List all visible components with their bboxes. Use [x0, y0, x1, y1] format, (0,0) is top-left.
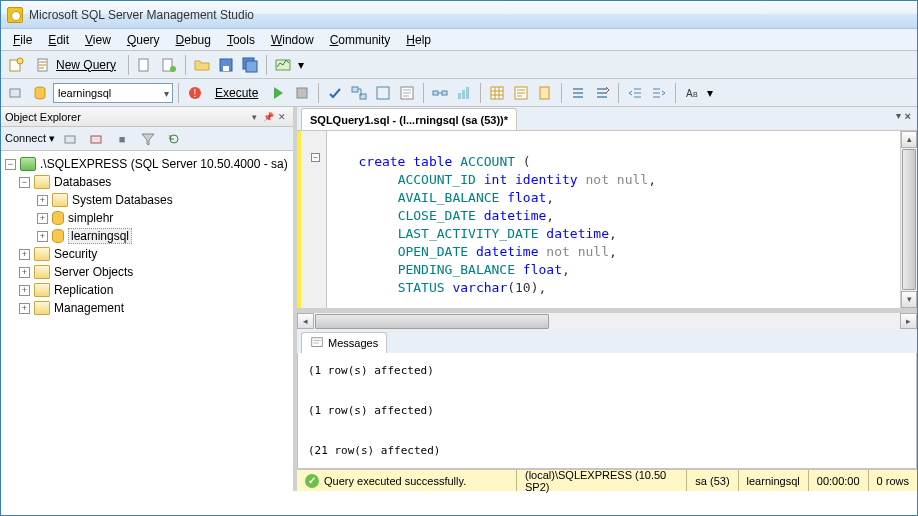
tree-management-node[interactable]: +Management — [3, 299, 291, 317]
open-file-icon[interactable] — [191, 54, 213, 76]
svg-rect-16 — [352, 87, 358, 92]
databases-label: Databases — [54, 175, 111, 189]
menu-community[interactable]: Community — [322, 31, 399, 49]
tree-system-db-node[interactable]: +System Databases — [3, 191, 291, 209]
include-stats-icon[interactable] — [453, 82, 475, 104]
menu-bar: File Edit View Query Debug Tools Window … — [1, 29, 917, 51]
vertical-scrollbar[interactable]: ▴ ▾ — [900, 131, 917, 308]
menu-edit[interactable]: Edit — [40, 31, 77, 49]
editor-gutter: − — [297, 131, 327, 308]
menu-window[interactable]: Window — [263, 31, 322, 49]
execute-button[interactable]: Execute — [208, 82, 265, 104]
expand-icon[interactable]: + — [19, 267, 30, 278]
svg-rect-30 — [65, 136, 75, 143]
results-file-icon[interactable] — [534, 82, 556, 104]
menu-query[interactable]: Query — [119, 31, 168, 49]
decrease-indent-icon[interactable] — [624, 82, 646, 104]
menu-tools[interactable]: Tools — [219, 31, 263, 49]
expand-icon[interactable]: + — [37, 195, 48, 206]
scroll-down-icon[interactable]: ▾ — [901, 291, 917, 308]
tree-databases-node[interactable]: −Databases — [3, 173, 291, 191]
dropdown-icon[interactable]: ▾ — [247, 110, 261, 124]
messages-body[interactable]: (1 row(s) affected)(1 row(s) affected)(2… — [297, 353, 917, 469]
database-selector[interactable]: learningsql — [53, 83, 173, 103]
save-all-icon[interactable] — [239, 54, 261, 76]
messages-tabstrip: Messages — [297, 329, 917, 353]
tree-server-node[interactable]: −.\SQLEXPRESS (SQL Server 10.50.4000 - s… — [3, 155, 291, 173]
management-label: Management — [54, 301, 124, 315]
query-options-icon[interactable] — [372, 82, 394, 104]
horizontal-scrollbar[interactable]: ◂ ▸ — [297, 312, 917, 329]
results-text-icon[interactable] — [510, 82, 532, 104]
collapse-icon[interactable]: − — [19, 177, 30, 188]
filter-icon[interactable] — [137, 128, 159, 150]
refresh-icon[interactable] — [163, 128, 185, 150]
svg-rect-21 — [442, 91, 447, 95]
code-pane[interactable]: create table ACCOUNT ( ACCOUNT_ID int id… — [327, 131, 900, 308]
tree-security-node[interactable]: +Security — [3, 245, 291, 263]
menu-file[interactable]: File — [5, 31, 40, 49]
server-icon — [20, 157, 36, 171]
expand-icon[interactable]: + — [37, 213, 48, 224]
disconnect-icon[interactable] — [85, 128, 107, 150]
content-area: Object Explorer ▾ 📌 ✕ Connect ▾ ■ −.\SQL… — [1, 107, 917, 491]
scroll-thumb[interactable] — [315, 314, 549, 329]
uncomment-icon[interactable] — [591, 82, 613, 104]
tree-db-learningsql-node[interactable]: +learningsql — [3, 227, 291, 245]
pin-icon[interactable]: 📌 — [261, 110, 275, 124]
scroll-right-icon[interactable]: ▸ — [900, 313, 917, 329]
status-db: learningsql — [739, 470, 809, 491]
change-connection-icon[interactable] — [5, 82, 27, 104]
object-explorer-header: Object Explorer ▾ 📌 ✕ — [1, 107, 293, 127]
expand-icon[interactable]: + — [37, 231, 48, 242]
sql-editor[interactable]: − create table ACCOUNT ( ACCOUNT_ID int … — [297, 131, 917, 312]
connect-button[interactable]: Connect ▾ — [5, 132, 55, 145]
scroll-up-icon[interactable]: ▴ — [901, 131, 917, 148]
intellisense-icon[interactable] — [396, 82, 418, 104]
debug-play-icon[interactable] — [267, 82, 289, 104]
expand-icon[interactable]: + — [19, 249, 30, 260]
tree-server-objects-node[interactable]: +Server Objects — [3, 263, 291, 281]
close-icon[interactable]: ✕ — [275, 110, 289, 124]
tree-db-simplehr-node[interactable]: +simplehr — [3, 209, 291, 227]
menu-help[interactable]: Help — [398, 31, 439, 49]
specify-values-icon[interactable]: AB — [681, 82, 703, 104]
parse-icon[interactable] — [324, 82, 346, 104]
new-query-button[interactable]: New Query — [29, 54, 123, 76]
menu-debug[interactable]: Debug — [168, 31, 219, 49]
menu-view[interactable]: View — [77, 31, 119, 49]
object-tree[interactable]: −.\SQLEXPRESS (SQL Server 10.50.4000 - s… — [1, 151, 293, 491]
execute-warning-icon[interactable]: ! — [184, 82, 206, 104]
expand-icon[interactable]: + — [19, 285, 30, 296]
tree-replication-node[interactable]: +Replication — [3, 281, 291, 299]
increase-indent-icon[interactable] — [648, 82, 670, 104]
save-icon[interactable] — [215, 54, 237, 76]
editor-tab[interactable]: SQLQuery1.sql - (l...rningsql (sa (53))* — [301, 108, 517, 130]
new-project-icon[interactable] — [5, 54, 27, 76]
expand-icon[interactable]: + — [19, 303, 30, 314]
new-query-icon — [36, 57, 52, 73]
folder-icon — [34, 175, 50, 189]
scroll-left-icon[interactable]: ◂ — [297, 313, 314, 329]
include-plan-icon[interactable] — [429, 82, 451, 104]
activity-monitor-icon[interactable] — [272, 54, 294, 76]
messages-tab[interactable]: Messages — [301, 332, 387, 353]
fold-icon[interactable]: − — [311, 153, 320, 162]
results-grid-icon[interactable] — [486, 82, 508, 104]
status-user: sa (53) — [687, 470, 738, 491]
open-script-icon[interactable] — [158, 54, 180, 76]
tab-close-icon[interactable]: × — [905, 110, 911, 122]
connect-icon[interactable] — [59, 128, 81, 150]
estimated-plan-icon[interactable] — [348, 82, 370, 104]
object-explorer-title: Object Explorer — [5, 111, 81, 123]
tab-dropdown-icon[interactable]: ▾ — [896, 110, 901, 122]
available-databases-icon[interactable] — [29, 82, 51, 104]
stop-icon[interactable] — [291, 82, 313, 104]
comment-icon[interactable] — [567, 82, 589, 104]
open-query-icon[interactable] — [134, 54, 156, 76]
scroll-thumb[interactable] — [902, 149, 916, 290]
dropdown-icon[interactable]: ▾ — [296, 54, 306, 76]
collapse-icon[interactable]: − — [5, 159, 16, 170]
dropdown-icon[interactable]: ▾ — [705, 82, 715, 104]
svg-rect-32 — [312, 338, 323, 347]
